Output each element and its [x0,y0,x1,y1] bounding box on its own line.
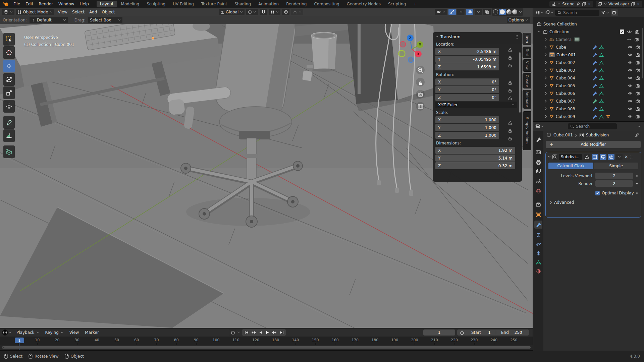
topbar-menu-item[interactable]: Window [56,0,77,8]
outliner-row-cube[interactable]: Cube [533,43,644,51]
tab-material[interactable] [534,267,542,275]
lock-icon[interactable] [508,63,512,68]
tool-measure[interactable] [3,129,15,142]
current-frame-field[interactable]: 1 [423,329,455,336]
pin-icon[interactable] [576,2,580,6]
dimensions-z-field[interactable]: Z0.32 m [435,162,515,169]
location-z-field[interactable]: Z1.6593 m [435,63,499,70]
topbar-menu-item[interactable]: Help [77,0,91,8]
orientation-dropdown[interactable]: Default [30,17,68,23]
hide-eye-icon[interactable] [628,115,633,118]
stopwatch-icon[interactable] [460,330,464,335]
outliner-row-cube-003[interactable]: Cube.003 [533,66,644,74]
lock-icon[interactable] [508,48,512,52]
viewport-menu-item[interactable]: View [56,10,70,14]
start-field[interactable]: 1 [488,330,491,335]
render-camera-icon[interactable] [635,76,640,80]
end-field[interactable]: 250 [515,330,522,335]
workspace-tab[interactable]: UV Editing [169,1,197,7]
hide-eye-closed-icon[interactable] [627,38,632,41]
sidebar-tab-item[interactable]: Item [523,33,531,45]
overlays-toggle[interactable] [466,9,473,15]
tab-world[interactable] [534,187,542,195]
playhead-badge[interactable]: 1 [15,338,24,343]
modifier-name-field[interactable]: Subdivi... [559,154,582,160]
panel-collapse-icon[interactable] [435,36,438,38]
shading-wireframe-button[interactable] [493,9,498,14]
workspace-tab[interactable]: + [410,1,420,7]
hide-eye-icon[interactable] [628,76,633,80]
viewlayer-selector[interactable]: ViewLayer × [596,1,642,7]
lock-icon[interactable] [508,55,512,60]
render-camera-icon[interactable] [635,99,640,103]
rotation-y-field[interactable]: Y0° [435,86,499,93]
modifier-render-toggle[interactable] [608,154,614,160]
workspace-tab[interactable]: Texture Paint [198,1,230,7]
sidebar-tab-create[interactable]: Create [523,73,531,88]
expand-icon[interactable] [545,61,547,64]
modifier-on-cage-toggle[interactable] [592,154,598,160]
workspace-tab[interactable]: Modeling [118,1,143,7]
new-collection-button[interactable] [611,9,618,16]
keying-dropdown[interactable] [237,331,240,334]
workspace-tab[interactable]: Rendering [283,1,310,7]
drag-dropdown[interactable]: Select Box [88,17,122,23]
tool-annotate[interactable] [3,116,15,129]
hide-eye-icon[interactable] [628,92,633,95]
workspace-tab[interactable]: Animation [255,1,282,7]
timeline-editor-type[interactable] [2,329,12,336]
tab-particles[interactable] [534,231,542,239]
blender-logo-icon[interactable] [3,1,9,7]
render-camera-icon[interactable] [635,83,640,88]
navigation-gizmo[interactable]: Z Y X [392,27,432,67]
scale-z-field[interactable]: Z1.000 [435,132,499,139]
scale-y-field[interactable]: Y1.000 [435,124,499,131]
snap-toggle[interactable] [260,9,267,15]
outliner-scrollbar[interactable] [642,28,643,78]
outliner-filter-button[interactable] [601,10,609,15]
jump-to-end-button[interactable] [278,329,285,336]
timeline-menu-view[interactable]: View [67,330,82,335]
pivot-point-selector[interactable] [246,9,258,15]
expand-icon[interactable] [545,99,547,103]
tool-rotate[interactable] [3,73,15,86]
rotation-mode-dropdown[interactable]: XYZ Euler [435,102,517,108]
render-levels-field[interactable]: 2 [595,180,633,187]
simple-button[interactable]: Simple [594,163,638,169]
tab-modifiers[interactable] [534,221,542,229]
outliner-row-cube-007[interactable]: Cube.007 [533,97,644,105]
outliner-row-cube-008[interactable]: Cube.008 [533,105,644,113]
copy-scene-icon[interactable] [582,2,586,6]
options-button[interactable]: Options [507,17,530,23]
timeline-menu-marker[interactable]: Marker [82,330,101,335]
scene-selector[interactable]: Scene × [549,1,593,7]
render-camera-icon[interactable] [635,107,640,111]
modifier-grip-icon[interactable] [630,155,633,159]
lock-icon[interactable] [508,128,512,133]
expand-icon[interactable] [545,45,547,49]
outliner-display-mode[interactable] [535,10,544,15]
floor-box[interactable] [302,70,312,81]
sidebar-tab-animate[interactable]: Animate [523,90,531,109]
editor-type-selector[interactable] [2,9,14,15]
timeline-menu-playback[interactable]: Playback [14,330,42,335]
tab-view-layer[interactable] [534,167,542,175]
lock-icon[interactable] [508,96,512,101]
gizmo-neg-y[interactable] [399,51,405,57]
render-camera-icon[interactable] [635,91,640,96]
tab-object[interactable] [534,210,542,219]
proportional-editing-toggle[interactable] [282,9,289,15]
expand-icon[interactable] [545,68,547,72]
modifier-collapse-icon[interactable] [548,156,551,158]
hide-eye-icon[interactable] [628,61,633,64]
next-keyframe-button[interactable] [271,329,278,336]
tool-move[interactable] [3,60,15,72]
tool-scale[interactable] [3,86,15,99]
zoom-button[interactable] [416,66,425,74]
topbar-menu-item[interactable]: Render [36,0,56,8]
animate-dot[interactable] [636,192,638,194]
modifier-realtime-toggle[interactable] [600,154,606,160]
add-modifier-button[interactable]: + Add Modifier [546,141,641,148]
gizmo-neg-x[interactable] [400,42,406,47]
rotation-z-field[interactable]: Z0° [435,94,499,101]
